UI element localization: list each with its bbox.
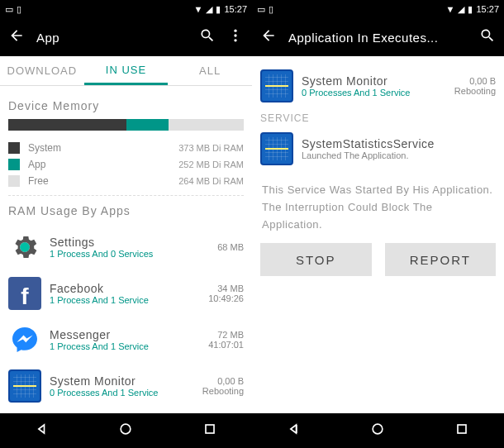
app-bar: App bbox=[0, 18, 252, 56]
membar-app bbox=[126, 119, 169, 131]
svg-point-3 bbox=[20, 242, 30, 252]
right-screen: ▭ ▯ ▼ ◢ ▮ 15:27 Application In Executes.… bbox=[252, 0, 504, 448]
nav-back[interactable] bbox=[286, 421, 302, 441]
app-row-messenger[interactable]: Messenger1 Process And 1 Service 72 MB41… bbox=[8, 317, 244, 363]
status-bar: ▭ ▯ ▼ ◢ ▮ 15:27 bbox=[0, 0, 252, 18]
sysmon-icon bbox=[260, 69, 293, 102]
signal-icon: ◢ bbox=[206, 4, 212, 15]
nav-home[interactable] bbox=[117, 421, 134, 441]
sysmon-icon bbox=[260, 132, 293, 165]
wifi-icon: ▼ bbox=[446, 4, 455, 14]
back-button[interactable] bbox=[260, 27, 277, 47]
ram-usage-title: RAM Usage By Apps bbox=[8, 204, 244, 217]
nav-recent[interactable] bbox=[202, 421, 218, 441]
app-sub: 0 Processes And 1 Service bbox=[302, 88, 446, 98]
search-button[interactable] bbox=[199, 27, 216, 47]
messenger-icon bbox=[8, 323, 41, 356]
legend-free: Free 264 MB Di RAM bbox=[8, 175, 244, 187]
service-sub: Launched The Application. bbox=[302, 150, 496, 160]
clock: 15:27 bbox=[224, 4, 247, 14]
legend-app: App 252 MB Di RAM bbox=[8, 159, 244, 170]
sim-icon: ▭ bbox=[5, 4, 13, 15]
sysmon-icon bbox=[8, 369, 41, 403]
service-section-label: SERVICE bbox=[260, 112, 496, 124]
nav-bar bbox=[252, 413, 504, 448]
app-sub: 1 Process And 0 Services bbox=[50, 249, 209, 259]
svg-rect-5 bbox=[206, 425, 214, 433]
swatch bbox=[8, 142, 20, 154]
legend-system: System 373 MB Di RAM bbox=[8, 142, 244, 154]
sim-icon: ▭ bbox=[257, 4, 265, 15]
app-row-facebook[interactable]: f Facebook1 Process And 1 Service 34 MB1… bbox=[8, 270, 244, 317]
content-right: System Monitor0 Processes And 1 Service … bbox=[252, 56, 504, 413]
tab-download[interactable]: DOWNLOAD bbox=[0, 56, 84, 85]
facebook-icon: f bbox=[8, 277, 41, 310]
sim-icon: ▯ bbox=[269, 4, 273, 15]
stop-button[interactable]: STOP bbox=[260, 243, 372, 276]
battery-icon: ▮ bbox=[216, 4, 221, 15]
gear-icon bbox=[8, 231, 41, 264]
service-description: This Service Was Started By His Applicat… bbox=[262, 182, 494, 233]
tab-inuse[interactable]: IN USE bbox=[84, 56, 169, 85]
battery-icon: ▮ bbox=[468, 4, 473, 15]
back-button[interactable] bbox=[8, 27, 25, 47]
app-row-sysmon[interactable]: System Monitor0 Processes And 1 Service … bbox=[260, 63, 496, 109]
service-row[interactable]: SystemStatisticsServiceLaunched The Appl… bbox=[260, 126, 496, 172]
status-bar: ▭ ▯ ▼ ◢ ▮ 15:27 bbox=[252, 0, 504, 18]
nav-bar bbox=[0, 413, 252, 448]
search-button[interactable] bbox=[479, 27, 496, 47]
app-title: Application In Executes... bbox=[288, 31, 468, 45]
app-name: Messenger bbox=[50, 328, 200, 341]
signal-icon: ◢ bbox=[458, 4, 464, 15]
service-name: SystemStatisticsService bbox=[302, 137, 496, 150]
app-name: System Monitor bbox=[50, 374, 194, 388]
nav-home[interactable] bbox=[369, 421, 386, 441]
swatch bbox=[8, 175, 20, 187]
svg-point-2 bbox=[234, 39, 236, 41]
clock: 15:27 bbox=[476, 4, 499, 14]
tab-all[interactable]: ALL bbox=[168, 56, 252, 85]
membar-system bbox=[8, 119, 126, 131]
button-row: STOP REPORT bbox=[260, 243, 496, 276]
app-sub: 1 Process And 1 Service bbox=[50, 341, 200, 351]
app-sub: 1 Process And 1 Service bbox=[50, 295, 200, 305]
content-left: Device Memory System 373 MB Di RAM App 2… bbox=[0, 86, 252, 413]
app-name: Facebook bbox=[50, 282, 200, 295]
nav-back[interactable] bbox=[34, 421, 50, 441]
nav-recent[interactable] bbox=[454, 421, 470, 441]
memory-bar bbox=[8, 119, 244, 131]
sim-icon: ▯ bbox=[17, 4, 21, 15]
svg-rect-7 bbox=[458, 425, 466, 433]
device-memory-title: Device Memory bbox=[8, 99, 244, 112]
app-name: Settings bbox=[50, 236, 209, 249]
app-row-sysmon[interactable]: System Monitor0 Processes And 1 Service … bbox=[8, 363, 244, 409]
left-screen: ▭ ▯ ▼ ◢ ▮ 15:27 App DOWNLOAD IN USE ALL … bbox=[0, 0, 252, 448]
report-button[interactable]: REPORT bbox=[385, 243, 497, 276]
wifi-icon: ▼ bbox=[194, 4, 203, 14]
app-bar: Application In Executes... bbox=[252, 18, 504, 56]
tabs: DOWNLOAD IN USE ALL bbox=[0, 56, 252, 86]
svg-point-6 bbox=[373, 424, 383, 434]
svg-point-4 bbox=[121, 424, 131, 434]
membar-free bbox=[169, 119, 244, 131]
divider bbox=[8, 195, 244, 196]
app-title: App bbox=[36, 31, 188, 45]
app-name: System Monitor bbox=[302, 74, 446, 88]
overflow-button[interactable] bbox=[227, 27, 244, 47]
app-sub: 0 Processes And 1 Service bbox=[50, 388, 194, 398]
app-row-settings[interactable]: Settings1 Process And 0 Services 68 MB bbox=[8, 224, 244, 270]
swatch bbox=[8, 159, 20, 170]
svg-point-0 bbox=[234, 30, 236, 32]
svg-point-1 bbox=[234, 34, 236, 36]
